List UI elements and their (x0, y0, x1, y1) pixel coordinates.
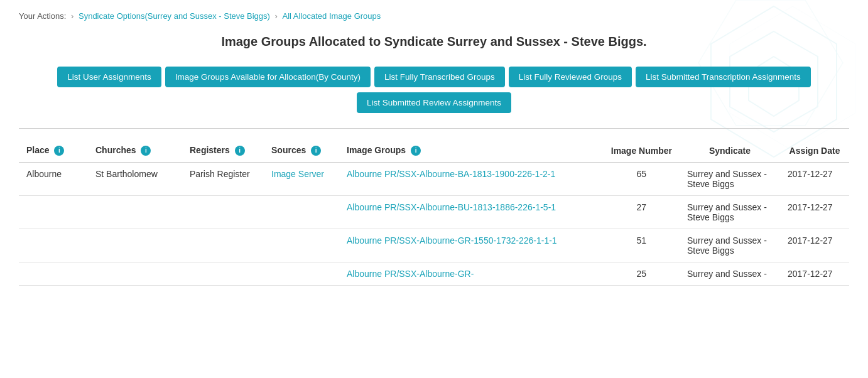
cell-sources (264, 229, 339, 262)
image-group-link[interactable]: Albourne PR/SSX-Albourne-GR- (347, 269, 474, 279)
col-header-syndicate: Syndicate (680, 139, 780, 163)
col-header-registers: Registers i (182, 139, 264, 163)
breadcrumb: Your Actions: › Syndicate Options(Surrey… (19, 11, 849, 21)
cell-image-number: 25 (604, 262, 680, 286)
cell-place (19, 229, 88, 262)
image-group-link[interactable]: Albourne PR/SSX-Albourne-GR-1550-1732-22… (347, 235, 557, 246)
table-row: Albourne PR/SSX-Albourne-BU-1813-1886-22… (19, 196, 849, 229)
cell-syndicate: Surrey and Sussex - Steve Biggs (680, 163, 780, 196)
place-info-icon[interactable]: i (54, 146, 64, 156)
cell-registers (182, 229, 264, 262)
page-title: Image Groups Allocated to Syndicate Surr… (19, 35, 849, 49)
table-row: Albourne PR/SSX-Albourne-GR-25Surrey and… (19, 262, 849, 286)
data-table-wrapper[interactable]: Place i Churches i Registers i Sources i (19, 139, 849, 286)
cell-churches (88, 229, 182, 262)
col-header-assign-date: Assign Date (780, 139, 849, 163)
col-header-sources: Sources i (264, 139, 339, 163)
cell-image-group: Albourne PR/SSX-Albourne-GR-1550-1732-22… (339, 229, 604, 262)
cell-image-number: 65 (604, 163, 680, 196)
image-group-link[interactable]: Albourne PR/SSX-Albourne-BA-1813-1900-22… (347, 169, 555, 179)
btn-list-submitted-transcription[interactable]: List Submitted Transcription Assignments (636, 67, 811, 87)
cell-place (19, 196, 88, 229)
cell-image-number: 27 (604, 196, 680, 229)
registers-info-icon[interactable]: i (235, 146, 245, 156)
cell-churches: St Bartholomew (88, 163, 182, 196)
allocated-groups-table: Place i Churches i Registers i Sources i (19, 139, 849, 286)
cell-churches (88, 262, 182, 286)
btn-list-submitted-review[interactable]: List Submitted Review Assignments (357, 92, 511, 113)
sources-info-icon[interactable]: i (311, 146, 321, 156)
cell-syndicate: Surrey and Sussex - (680, 262, 780, 286)
cell-syndicate: Surrey and Sussex - Steve Biggs (680, 196, 780, 229)
breadcrumb-link1[interactable]: Syndicate Options(Surrey and Sussex - St… (79, 11, 270, 21)
breadcrumb-link2[interactable]: All Allocated Image Groups (283, 11, 381, 21)
col-header-churches: Churches i (88, 139, 182, 163)
cell-assign-date: 2017-12-27 (780, 262, 849, 286)
image-groups-info-icon[interactable]: i (411, 146, 421, 156)
btn-image-groups-available[interactable]: Image Groups Available for Allocation(By… (165, 67, 371, 87)
cell-churches (88, 196, 182, 229)
section-divider (19, 128, 849, 129)
cell-image-group: Albourne PR/SSX-Albourne-GR- (339, 262, 604, 286)
cell-image-group: Albourne PR/SSX-Albourne-BA-1813-1900-22… (339, 163, 604, 196)
cell-sources: Image Server (264, 163, 339, 196)
cell-registers (182, 262, 264, 286)
btn-list-fully-reviewed[interactable]: List Fully Reviewed Groups (509, 67, 632, 87)
cell-assign-date: 2017-12-27 (780, 163, 849, 196)
cell-registers (182, 196, 264, 229)
cell-place (19, 262, 88, 286)
cell-sources (264, 262, 339, 286)
cell-sources (264, 196, 339, 229)
table-body: AlbourneSt BartholomewParish RegisterIma… (19, 163, 849, 286)
btn-list-fully-transcribed[interactable]: List Fully Transcribed Groups (374, 67, 505, 87)
col-header-image-groups: Image Groups i (339, 139, 604, 163)
source-link[interactable]: Image Server (271, 169, 324, 179)
button-bar-row1: List User Assignments Image Groups Avail… (19, 67, 849, 87)
table-header-row: Place i Churches i Registers i Sources i (19, 139, 849, 163)
cell-assign-date: 2017-12-27 (780, 196, 849, 229)
cell-place: Albourne (19, 163, 88, 196)
breadcrumb-sep1: › (71, 11, 76, 21)
col-header-place: Place i (19, 139, 88, 163)
table-row: AlbourneSt BartholomewParish RegisterIma… (19, 163, 849, 196)
breadcrumb-sep2: › (275, 11, 280, 21)
breadcrumb-prefix: Your Actions: (19, 11, 66, 21)
cell-image-number: 51 (604, 229, 680, 262)
churches-info-icon[interactable]: i (141, 146, 151, 156)
button-bar-row2: List Submitted Review Assignments (19, 92, 849, 113)
table-row: Albourne PR/SSX-Albourne-GR-1550-1732-22… (19, 229, 849, 262)
cell-syndicate: Surrey and Sussex - Steve Biggs (680, 229, 780, 262)
col-header-image-number: Image Number (604, 139, 680, 163)
cell-assign-date: 2017-12-27 (780, 229, 849, 262)
cell-image-group: Albourne PR/SSX-Albourne-BU-1813-1886-22… (339, 196, 604, 229)
image-group-link[interactable]: Albourne PR/SSX-Albourne-BU-1813-1886-22… (347, 202, 556, 212)
btn-list-user-assignments[interactable]: List User Assignments (57, 67, 161, 87)
cell-registers: Parish Register (182, 163, 264, 196)
